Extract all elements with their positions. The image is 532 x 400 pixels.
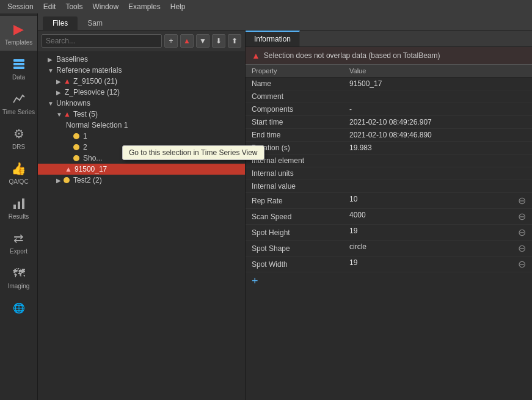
tree-node-test[interactable]: ▼ ▲ Test (5) bbox=[38, 109, 245, 120]
table-row: Start time2021-02-10 08:49:26.907 bbox=[246, 116, 532, 129]
value-cell: circle⊖ bbox=[343, 241, 532, 256]
table-row: Components- bbox=[246, 103, 532, 116]
property-cell: Internal value bbox=[246, 180, 343, 193]
menu-edit[interactable]: Edit bbox=[38, 1, 61, 12]
sidebar-item-qaqc[interactable]: 👍 QA/QC bbox=[0, 155, 37, 190]
menu-window[interactable]: Window bbox=[87, 1, 123, 12]
tree-node-91500-17[interactable]: ▲ 91500_17 bbox=[38, 164, 245, 175]
table-row: Spot Height19⊖ bbox=[246, 225, 532, 241]
value-cell: 19.983 bbox=[343, 142, 532, 155]
sidebar-item-timeseries[interactable]: Time Series bbox=[0, 85, 37, 120]
tab-sam[interactable]: Sam bbox=[78, 16, 112, 30]
normal-selection-label: Normal Selection 1 bbox=[66, 121, 128, 129]
table-scroll: Property Value Name91500_17CommentCompon… bbox=[246, 65, 532, 400]
export-icon: ⇄ bbox=[10, 230, 27, 247]
tree-node-unknowns[interactable]: ▼ Unknowns bbox=[38, 98, 245, 109]
add-row-button[interactable]: + bbox=[246, 272, 532, 290]
tree-panel: + ▲ ▼ ⬇ ⬆ ▶ Baselines ▼ Reference mate bbox=[38, 31, 246, 400]
table-row: Spot Shapecircle⊖ bbox=[246, 241, 532, 256]
dot-1 bbox=[73, 133, 79, 139]
triangle-red-button[interactable]: ▲ bbox=[180, 34, 194, 48]
drs-icon: ⚙ bbox=[10, 125, 27, 142]
data-icon bbox=[10, 56, 27, 73]
tooltip-popup[interactable]: Go to this selection in Time Series View bbox=[122, 145, 264, 160]
expand-arrow-ref: ▼ bbox=[48, 67, 55, 74]
menu-bar: Session Edit Tools Window Examples Help bbox=[0, 0, 532, 13]
tab-files[interactable]: Files bbox=[43, 16, 78, 30]
menu-tools[interactable]: Tools bbox=[60, 1, 87, 12]
remove-button[interactable]: ⊖ bbox=[518, 258, 526, 270]
value-cell: 10⊖ bbox=[343, 193, 532, 209]
zplesovice-label: Z_Plesovice (12) bbox=[65, 88, 120, 96]
sidebar-item-drs[interactable]: ⚙ DRS bbox=[0, 120, 37, 155]
item1-label: 1 bbox=[83, 132, 87, 140]
dot-test2 bbox=[64, 177, 70, 183]
remove-button[interactable]: ⊖ bbox=[518, 227, 526, 238]
sidebar-item-results[interactable]: Results bbox=[0, 190, 37, 225]
expand-arrow-zplesovice: ▶ bbox=[56, 89, 64, 96]
svg-rect-4 bbox=[18, 202, 20, 209]
reference-materials-label: Reference materials bbox=[56, 66, 122, 75]
tree-node-normal-selection[interactable]: Normal Selection 1 bbox=[38, 120, 245, 131]
value-cell: 4000⊖ bbox=[343, 209, 532, 225]
item3-label: Sho... bbox=[83, 154, 102, 162]
table-row: Internal element bbox=[246, 155, 532, 167]
svg-rect-2 bbox=[13, 67, 24, 69]
remove-button[interactable]: ⊖ bbox=[518, 211, 526, 222]
timeseries-icon bbox=[10, 90, 27, 107]
main-layout: ▶ Templates Data Time Series ⚙ D bbox=[0, 13, 532, 400]
value-cell: 19⊖ bbox=[343, 256, 532, 272]
imaging-icon: 🗺 bbox=[10, 264, 27, 282]
tab-information[interactable]: Information bbox=[246, 31, 300, 46]
sidebar-item-globe[interactable]: 🌐 bbox=[0, 294, 37, 322]
menu-examples[interactable]: Examples bbox=[123, 1, 166, 12]
sidebar-item-export[interactable]: ⇄ Export bbox=[0, 225, 37, 260]
sidebar-label-imaging: Imaging bbox=[8, 283, 30, 289]
filter-button[interactable]: ▼ bbox=[196, 34, 210, 48]
dot-3 bbox=[73, 155, 79, 161]
property-cell: Spot Shape bbox=[246, 241, 343, 256]
property-cell: Internal units bbox=[246, 167, 343, 180]
download-button[interactable]: ⬇ bbox=[212, 34, 225, 48]
remove-button[interactable]: ⊖ bbox=[518, 242, 526, 254]
property-cell: Start time bbox=[246, 116, 343, 129]
table-row: Rep Rate10⊖ bbox=[246, 193, 532, 209]
top-tabs: Files Sam bbox=[38, 13, 532, 31]
property-cell: Spot Width bbox=[246, 256, 343, 272]
property-cell: Scan Speed bbox=[246, 209, 343, 225]
globe-icon: 🌐 bbox=[10, 299, 27, 316]
property-cell: End time bbox=[246, 129, 343, 142]
warning-triangle-test: ▲ bbox=[64, 110, 71, 118]
test2-label: Test2 (2) bbox=[73, 176, 102, 184]
qaqc-icon: 👍 bbox=[10, 160, 27, 177]
tree-node-z91500[interactable]: ▶ ▲ Z_91500 (21) bbox=[38, 76, 245, 87]
sidebar-item-templates[interactable]: ▶ Templates bbox=[0, 16, 37, 51]
property-cell: Spot Height bbox=[246, 225, 343, 241]
menu-session[interactable]: Session bbox=[2, 1, 38, 12]
property-cell: Components bbox=[246, 103, 343, 116]
remove-button[interactable]: ⊖ bbox=[518, 195, 526, 206]
tree-node-reference-materials[interactable]: ▼ Reference materials bbox=[38, 65, 245, 76]
warning-triangle-z91500: ▲ bbox=[64, 77, 71, 85]
templates-icon: ▶ bbox=[10, 21, 27, 38]
sidebar-item-data[interactable]: Data bbox=[0, 51, 37, 85]
tree-node-baselines[interactable]: ▶ Baselines bbox=[38, 54, 245, 65]
col-property: Property bbox=[246, 65, 343, 78]
expand-arrow-z91500: ▶ bbox=[56, 78, 64, 85]
dot-2 bbox=[73, 144, 79, 150]
menu-help[interactable]: Help bbox=[166, 1, 191, 12]
tree-node-zplesovice[interactable]: ▶ Z_Plesovice (12) bbox=[38, 87, 245, 98]
tree-node-item1[interactable]: 1 bbox=[38, 131, 245, 142]
tree-node-test2[interactable]: ▶ Test2 (2) bbox=[38, 175, 245, 186]
search-input[interactable] bbox=[42, 34, 162, 48]
property-cell: Name bbox=[246, 78, 343, 90]
expand-arrow-unknowns: ▼ bbox=[48, 100, 55, 107]
add-button[interactable]: + bbox=[164, 34, 178, 48]
svg-rect-0 bbox=[13, 59, 24, 62]
value-cell bbox=[343, 167, 532, 180]
value-cell: 2021-02-10 08:49:46.890 bbox=[343, 129, 532, 142]
tree-content: ▶ Baselines ▼ Reference materials ▶ ▲ Z_… bbox=[38, 51, 245, 400]
sidebar-item-imaging[interactable]: 🗺 Imaging bbox=[0, 260, 37, 294]
sidebar-label-qaqc: QA/QC bbox=[9, 178, 28, 185]
upload-button[interactable]: ⬆ bbox=[228, 34, 241, 48]
